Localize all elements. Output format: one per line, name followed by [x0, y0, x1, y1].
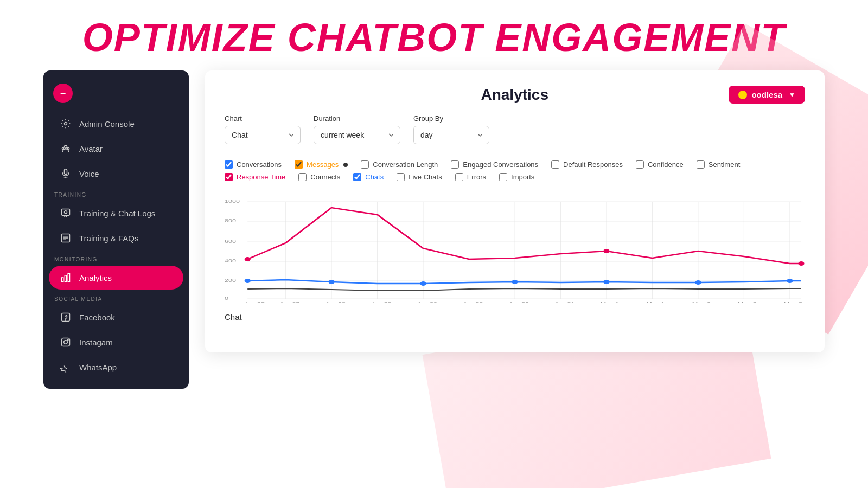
facebook-icon [60, 311, 72, 323]
toggle-icon: − [60, 88, 66, 98]
svg-text:400: 400 [225, 258, 236, 264]
sidebar-item-label-admin-console: Admin Console [79, 119, 135, 129]
sidebar-item-label-instagram: Instagam [79, 338, 113, 347]
duration-filter-label: Duration [314, 114, 400, 123]
checkbox-conversations[interactable]: Conversations [225, 160, 282, 169]
settings-icon [60, 118, 72, 130]
checkboxes-grid: Conversations Messages Conversation Leng… [225, 154, 805, 185]
dark-line [247, 288, 801, 291]
svg-text:Apr 27: Apr 27 [279, 301, 299, 303]
checkbox-errors[interactable]: Errors [455, 173, 486, 181]
svg-point-2 [62, 147, 63, 149]
analytics-card-title: Analytics [301, 86, 729, 104]
sidebar-item-label-voice: Voice [79, 169, 99, 178]
sidebar-item-label-avatar: Avatar [79, 144, 103, 153]
svg-text:1000: 1000 [225, 198, 240, 204]
svg-rect-10 [68, 274, 69, 282]
checkbox-response-time[interactable]: Response Time [225, 173, 285, 181]
sidebar-item-whatsapp[interactable]: WhatsApp [49, 355, 183, 379]
sidebar-item-avatar[interactable]: Avatar [49, 137, 183, 160]
user-dot-icon [738, 91, 747, 99]
red-line [247, 208, 801, 264]
checkbox-chats[interactable]: Chats [353, 173, 384, 181]
sidebar-section-main: Admin Console Avatar [43, 112, 189, 185]
checkbox-live-chats[interactable]: Live Chats [397, 173, 442, 181]
group-by-filter-select[interactable]: day week month [413, 126, 489, 144]
mic-icon [60, 168, 72, 179]
sidebar-section-training: TRAINING Training & Chat Logs [43, 187, 189, 250]
chart-filter-select[interactable]: Chat Messages [225, 126, 301, 144]
blue-dot-5 [603, 280, 609, 284]
sidebar-item-admin-console[interactable]: Admin Console [49, 112, 183, 136]
chat-logs-icon [60, 207, 72, 219]
duration-filter-select[interactable]: current week last week last month [314, 126, 400, 144]
monitoring-section-label: MONITORING [43, 251, 189, 265]
analytics-chart: .grid-line { stroke: #e0e0e0; stroke-wid… [225, 194, 805, 303]
svg-text:May 1: May 1 [646, 301, 665, 303]
avatar-icon [60, 143, 72, 155]
sidebar-item-training-chat-logs[interactable]: Training & Chat Logs [49, 201, 183, 225]
svg-text:800: 800 [225, 218, 236, 223]
svg-rect-8 [62, 278, 63, 282]
checkbox-conversation-length[interactable]: Conversation Length [361, 160, 438, 169]
chart-filter-label: Chart [225, 114, 301, 123]
sidebar-item-facebook[interactable]: Facebook [49, 305, 183, 329]
card-header: Analytics oodlesa ▼ [225, 86, 805, 104]
svg-point-3 [67, 147, 69, 149]
svg-text:Apr 31: Apr 31 [554, 301, 575, 303]
group-by-filter-label: Group By [413, 114, 489, 123]
svg-text:Apr 29: Apr 29 [371, 301, 391, 303]
svg-point-13 [64, 341, 68, 344]
svg-text:Apr 30: Apr 30 [509, 301, 529, 303]
checkbox-confidence[interactable]: Confidence [636, 160, 684, 169]
content-area: Analytics oodlesa ▼ Chart Chat Messages [205, 70, 825, 352]
blue-dot-2 [328, 280, 334, 284]
blue-dot-1 [245, 279, 251, 283]
svg-rect-9 [65, 275, 66, 282]
blue-dot-3 [420, 281, 426, 286]
blue-dot-7 [787, 279, 793, 283]
svg-text:Apr 27: Apr 27 [245, 301, 265, 303]
sidebar-item-training-faqs[interactable]: Training & FAQs [49, 226, 183, 250]
sidebar-item-label-training-faqs: Training & FAQs [79, 234, 138, 243]
blue-dot-4 [512, 280, 518, 284]
sidebar-item-analytics[interactable]: Analytics [49, 266, 183, 290]
instagram-icon [60, 336, 72, 348]
svg-text:600: 600 [225, 239, 236, 244]
checkbox-imports[interactable]: Imports [499, 173, 534, 181]
svg-point-14 [67, 339, 68, 341]
svg-text:Apr 29: Apr 29 [417, 301, 437, 303]
sidebar-toggle-button[interactable]: − [53, 84, 73, 103]
checkbox-messages[interactable]: Messages [295, 160, 348, 169]
red-dot-2 [603, 249, 609, 253]
svg-rect-4 [65, 169, 67, 175]
user-badge-label: oodlesa [751, 90, 782, 99]
svg-rect-5 [62, 209, 70, 216]
checkbox-sentiment[interactable]: Sentiment [697, 160, 741, 169]
sidebar-item-voice[interactable]: Voice [49, 162, 183, 185]
sidebar-item-label-training-chat-logs: Training & Chat Logs [79, 209, 155, 218]
training-section-label: TRAINING [43, 187, 189, 200]
svg-text:May 3: May 3 [784, 301, 802, 303]
sidebar-item-label-whatsapp: WhatsApp [79, 363, 117, 372]
svg-point-0 [65, 123, 67, 125]
whatsapp-icon [60, 361, 72, 373]
svg-text:Apr 28: Apr 28 [326, 301, 346, 303]
user-badge-button[interactable]: oodlesa ▼ [729, 86, 805, 104]
svg-text:200: 200 [225, 278, 236, 283]
checkbox-default-responses[interactable]: Default Responses [551, 160, 623, 169]
red-dot-1 [245, 257, 251, 261]
blue-dot-6 [695, 280, 701, 285]
red-dot-3 [798, 261, 804, 266]
svg-point-1 [65, 145, 67, 148]
chart-filter-group: Chart Chat Messages [225, 114, 301, 144]
svg-text:Apr 30: Apr 30 [463, 301, 483, 303]
group-by-filter-group: Group By day week month [413, 114, 489, 144]
social-media-section-label: SOCIAL MEDIA [43, 291, 189, 304]
sidebar-item-instagram[interactable]: Instagam [49, 330, 183, 354]
sidebar: − Admin Console [43, 70, 189, 389]
sidebar-item-label-analytics: Analytics [79, 273, 112, 282]
checkbox-connects[interactable]: Connects [298, 173, 340, 181]
sidebar-item-label-facebook: Facebook [79, 313, 115, 322]
checkbox-engaged-conversations[interactable]: Engaged Conversations [451, 160, 538, 169]
